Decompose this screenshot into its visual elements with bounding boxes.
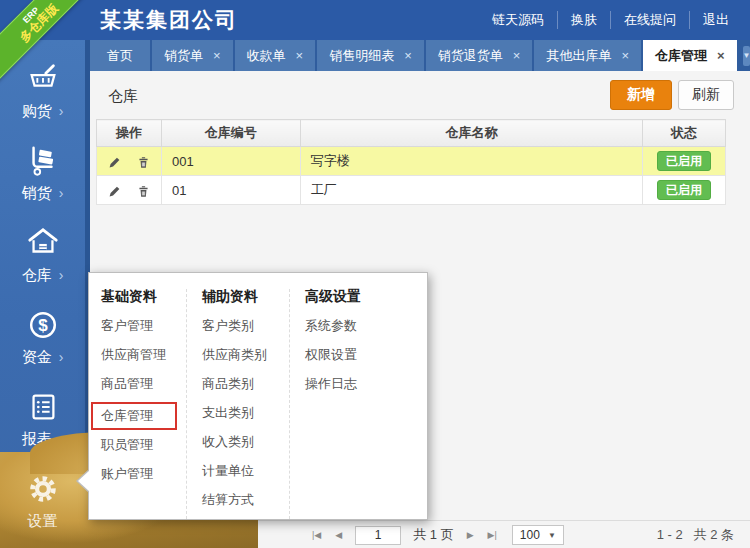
link-online-help[interactable]: 在线提问 [610, 11, 689, 29]
last-page-icon[interactable]: ▶| [481, 530, 504, 540]
tab-label: 销货退货单 [438, 47, 503, 65]
tab-home[interactable]: 首页 [90, 40, 150, 71]
chevron-right-icon: › [59, 186, 64, 200]
menu-item-supplier-mgmt[interactable]: 供应商管理 [101, 348, 186, 362]
menu-item-product-mgmt[interactable]: 商品管理 [101, 377, 186, 391]
tab-label: 销售明细表 [329, 47, 394, 65]
warehouse-code: 001 [161, 147, 300, 176]
page-number-input[interactable] [355, 526, 401, 545]
close-icon[interactable]: × [404, 48, 412, 63]
menu-item-product-category[interactable]: 商品类别 [202, 377, 289, 391]
refresh-button[interactable]: 刷新 [678, 80, 734, 110]
menu-column-auxiliary: 辅助资料 客户类别 供应商类别 商品类别 支出类别 收入类别 计量单位 结算方式 [186, 289, 289, 519]
gear-icon [26, 472, 60, 506]
top-bar: 某某集团公司 链天源码 换肤 在线提问 退出 [0, 0, 750, 40]
tab-receipt[interactable]: 收款单 × [235, 40, 316, 71]
menu-item-account-mgmt[interactable]: 账户管理 [101, 467, 186, 481]
close-icon[interactable]: × [717, 48, 725, 63]
page-size-value: 100 [520, 528, 540, 542]
menu-item-warehouse-mgmt-highlighted[interactable]: 仓库管理 [91, 402, 177, 430]
chevron-right-icon: › [59, 268, 64, 282]
status-badge: 已启用 [657, 151, 711, 171]
chevron-down-icon: ▼ [548, 531, 556, 540]
actions-cell [97, 176, 162, 205]
warehouse-code: 01 [161, 176, 300, 205]
sidebar-item-label: 设置 [28, 512, 58, 531]
menu-item-expense-category[interactable]: 支出类别 [202, 406, 289, 420]
tab-other-outbound[interactable]: 其他出库单 × [534, 40, 641, 71]
topbar-links: 链天源码 换肤 在线提问 退出 [479, 0, 742, 40]
close-icon[interactable]: × [513, 48, 521, 63]
edit-icon[interactable] [108, 185, 121, 198]
sidebar-item-sales[interactable]: 销货› [0, 132, 85, 214]
menu-item-operation-log[interactable]: 操作日志 [305, 377, 427, 391]
prev-page-icon[interactable]: ◀ [328, 530, 349, 540]
page-size-select[interactable]: 100 ▼ [512, 525, 564, 545]
record-range-label: 1 - 2 共 2 条 [657, 521, 734, 548]
sidebar-item-label: 资金 [22, 348, 52, 367]
warehouse-table: 操作 仓库编号 仓库名称 状态 001 写字楼 已启用 [96, 119, 726, 205]
menu-item-customer-category[interactable]: 客户类别 [202, 319, 289, 333]
report-icon [26, 390, 60, 424]
chevron-right-icon: › [59, 350, 64, 364]
total-pages-label: 共 1 页 [413, 526, 453, 544]
tab-strip: 首页 销货单 × 收款单 × 销售明细表 × 销货退货单 × 其他出库单 × 仓… [90, 40, 750, 71]
tab-sales-detail[interactable]: 销售明细表 × [317, 40, 424, 71]
menu-item-supplier-category[interactable]: 供应商类别 [202, 348, 289, 362]
close-icon[interactable]: × [621, 48, 629, 63]
tab-label: 收款单 [247, 47, 286, 65]
tab-warehouse-management[interactable]: 仓库管理 × [643, 40, 737, 71]
cart-icon [26, 62, 60, 96]
tab-label: 首页 [107, 47, 133, 65]
tab-sales-order[interactable]: 销货单 × [152, 40, 233, 71]
link-skin[interactable]: 换肤 [557, 11, 610, 29]
trolley-icon [26, 144, 60, 178]
sidebar: 购货› 销货› 仓库› $ 资金› 报表› [0, 40, 85, 548]
menu-column-advanced: 高级设置 系统参数 权限设置 操作日志 [289, 289, 427, 519]
sidebar-item-label: 购货 [22, 102, 52, 121]
warehouse-name: 工厂 [300, 176, 642, 205]
next-page-icon[interactable]: ▶ [460, 530, 481, 540]
menu-column-basic: 基础资料 客户管理 供应商管理 商品管理 仓库管理 职员管理 账户管理 [89, 289, 186, 519]
link-logout[interactable]: 退出 [689, 11, 742, 29]
add-button[interactable]: 新增 [610, 80, 672, 110]
table-row[interactable]: 001 写字楼 已启用 [97, 147, 726, 176]
link-source[interactable]: 链天源码 [479, 11, 557, 29]
tab-label: 销货单 [164, 47, 203, 65]
pager-controls: |◀ ◀ 共 1 页 ▶ ▶| 100 ▼ [305, 521, 564, 548]
actions-cell [97, 147, 162, 176]
close-icon[interactable]: × [296, 48, 304, 63]
menu-column-title: 基础资料 [101, 289, 186, 304]
column-header-actions[interactable]: 操作 [97, 120, 162, 147]
menu-item-permission-settings[interactable]: 权限设置 [305, 348, 427, 362]
sidebar-item-warehouse[interactable]: 仓库› [0, 214, 85, 296]
column-header-code[interactable]: 仓库编号 [161, 120, 300, 147]
table-row[interactable]: 01 工厂 已启用 [97, 176, 726, 205]
dollar-icon: $ [26, 308, 60, 342]
tab-sales-return[interactable]: 销货退货单 × [426, 40, 533, 71]
chevron-right-icon: › [59, 104, 64, 118]
first-page-icon[interactable]: |◀ [305, 530, 328, 540]
table-header-row: 操作 仓库编号 仓库名称 状态 [97, 120, 726, 147]
sidebar-item-label: 仓库 [22, 266, 52, 285]
delete-icon[interactable] [137, 156, 150, 169]
sidebar-item-funds[interactable]: $ 资金› [0, 296, 85, 378]
column-header-status[interactable]: 状态 [643, 120, 726, 147]
menu-item-system-params[interactable]: 系统参数 [305, 319, 427, 333]
menu-item-unit-of-measure[interactable]: 计量单位 [202, 464, 289, 478]
sidebar-item-settings[interactable]: 设置 [0, 460, 85, 542]
menu-item-staff-mgmt[interactable]: 职员管理 [101, 438, 186, 452]
menu-item-income-category[interactable]: 收入类别 [202, 435, 289, 449]
chevron-down-icon: ▼ [743, 51, 750, 60]
page-header: 仓库 新增 刷新 [90, 71, 750, 119]
menu-item-customer-mgmt[interactable]: 客户管理 [101, 319, 186, 333]
close-icon[interactable]: × [213, 48, 221, 63]
edit-icon[interactable] [108, 156, 121, 169]
range-text: 1 - 2 [657, 527, 683, 542]
delete-icon[interactable] [137, 185, 150, 198]
tab-dropdown-button[interactable]: ▼ [743, 46, 750, 66]
warehouse-icon [26, 226, 60, 260]
menu-item-settlement-method[interactable]: 结算方式 [202, 493, 289, 507]
page-title: 仓库 [108, 87, 138, 106]
column-header-name[interactable]: 仓库名称 [300, 120, 642, 147]
